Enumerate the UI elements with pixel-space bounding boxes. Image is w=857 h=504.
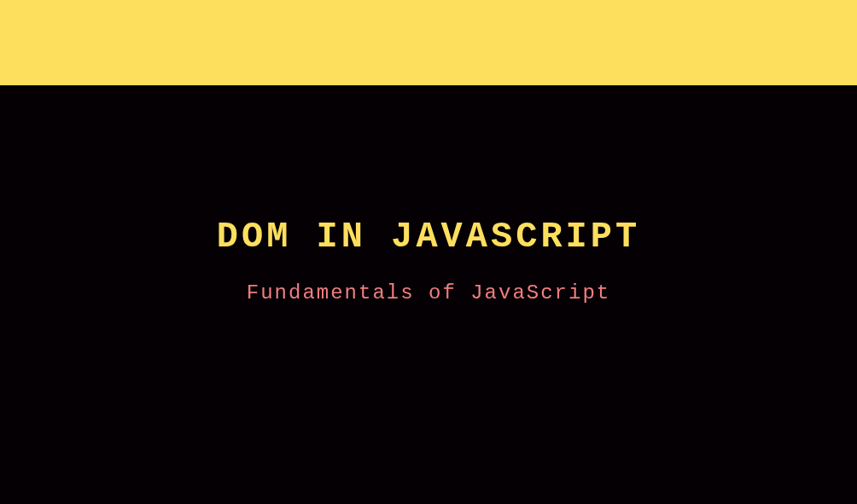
slide-title: DOM IN JAVASCRIPT bbox=[217, 217, 640, 258]
header-bar bbox=[0, 0, 857, 85]
slide-content: DOM IN JAVASCRIPT Fundamentals of JavaSc… bbox=[0, 85, 857, 504]
slide-subtitle: Fundamentals of JavaScript bbox=[247, 281, 610, 304]
